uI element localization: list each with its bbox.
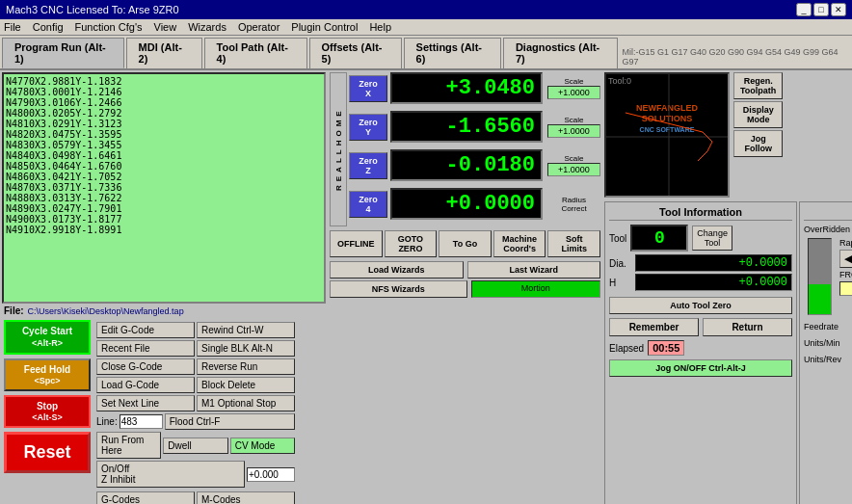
on-off-btn[interactable]: On/OffZ Inhibit: [96, 461, 245, 488]
close-btn[interactable]: ✕: [831, 3, 846, 16]
edit-gcode-btn[interactable]: Edit G-Code: [96, 322, 195, 338]
feed-values: Feedrate 40.00 Units/Min 15.43 Units/Rev…: [804, 319, 852, 366]
m-codes-btn[interactable]: M-Codes: [197, 491, 295, 504]
edit-row-7: Run From Here Dwell CV Mode: [96, 432, 295, 459]
tool-label-text: Tool: [609, 233, 626, 244]
reverse-run-btn[interactable]: Reverse Run: [197, 358, 295, 375]
units-min-row: Units/Min 15.43: [804, 335, 852, 350]
regen-toolpath-btn[interactable]: Regen.Toolpath: [733, 72, 783, 99]
line-label: Line:: [96, 416, 118, 427]
change-tool-btn[interactable]: ChangeTool: [692, 225, 732, 251]
tab-settings[interactable]: Settings (Alt-6): [404, 38, 501, 68]
dro-y-scale: +1.0000: [547, 124, 600, 138]
load-wizards-btn[interactable]: Load Wizards: [330, 261, 464, 279]
nfs-wizards-btn[interactable]: NFS Wizards: [330, 280, 467, 298]
rehome-label: REALLHOME: [330, 72, 347, 226]
elapsed-label: Elapsed: [609, 343, 644, 354]
feed-hold-btn[interactable]: Feed Hold<Spc>: [4, 358, 91, 391]
stop-btn[interactable]: Stop<Alt-S>: [4, 395, 91, 428]
zero-z-btn[interactable]: ZeroZ: [349, 152, 387, 179]
run-from-here-btn[interactable]: Run From Here: [96, 432, 161, 459]
goto-zero-btn[interactable]: GOTOZERO: [385, 230, 438, 257]
tab-offsets[interactable]: Offsets (Alt-5): [309, 38, 402, 68]
jog-follow-btn[interactable]: JogFollow: [733, 130, 783, 157]
dro-x-scale-col: Scale +1.0000: [547, 77, 600, 99]
machine-coords-btn[interactable]: MachineCoord's: [493, 230, 546, 257]
cam-view: Tool:0 NEWFANGLEDSOLUTIONSCNC SOFTWARE: [604, 72, 730, 198]
reset-btn[interactable]: Reset: [4, 432, 91, 473]
flood-btn[interactable]: Flood Ctrl-F: [165, 413, 295, 430]
gcode-line-3: N4790X3.0106Y-1.2466: [6, 97, 322, 108]
edit-row-9: G-Codes M-Codes: [96, 491, 295, 504]
dro-x-value: +3.0480: [390, 72, 543, 104]
recent-file-btn[interactable]: Recent File: [96, 340, 195, 357]
regen-buttons: Regen.Toolpath DisplayMode JogFollow: [733, 72, 783, 198]
z-inhibit-input[interactable]: [247, 467, 295, 482]
cv-mode-btn[interactable]: CV Mode: [230, 438, 295, 454]
dro-z-scale: +1.0000: [547, 163, 600, 176]
zero-y-btn[interactable]: ZeroY: [349, 114, 387, 141]
block-delete-btn[interactable]: Block Delete: [197, 377, 295, 393]
primary-buttons: Cycle Start<Alt-R> Feed Hold<Spc> Stop<A…: [4, 320, 91, 504]
zero-4-btn[interactable]: Zero4: [349, 191, 387, 218]
remember-btn[interactable]: Remember: [609, 318, 699, 336]
main-controls: Cycle Start<Alt-R> Feed Hold<Spc> Stop<A…: [2, 318, 326, 504]
zero-x-btn[interactable]: ZeroX: [349, 75, 387, 102]
edit-row-8: On/OffZ Inhibit: [96, 461, 295, 488]
line-input[interactable]: [120, 414, 163, 429]
tab-mdi[interactable]: MDI (Alt-2): [126, 38, 202, 68]
single-blk-btn[interactable]: Single BLK Alt-N: [197, 340, 295, 357]
tab-diagnostics[interactable]: Diagnostics (Alt-7): [503, 38, 619, 68]
tool-dia-row: Dia. +0.0000: [609, 254, 792, 272]
feedrate-row: Feedrate 40.00: [804, 319, 852, 333]
fro-down-btn[interactable]: ◀: [839, 250, 852, 268]
gcode-line-8: N4840X3.0498Y-1.6461: [6, 150, 322, 161]
tab-tool-path[interactable]: Tool Path (Alt-4): [204, 38, 307, 68]
offline-btn[interactable]: OFFLINE: [330, 230, 383, 257]
dro-z-scale-label: Scale: [547, 154, 600, 163]
dwell-btn[interactable]: Dwell: [163, 438, 227, 454]
file-label: File:: [4, 305, 24, 316]
top-right: Tool:0 NEWFANGLEDSOLUTIONSCNC SOFTWARE R…: [604, 72, 852, 198]
load-gcode-btn[interactable]: Load G-Code: [96, 377, 195, 393]
tool-info-panel: Tool Information Tool 0 ChangeTool Dia. …: [604, 201, 797, 504]
menu-plugin-control[interactable]: Plugin Control: [291, 21, 358, 33]
menu-view[interactable]: View: [154, 21, 177, 33]
m1-optional-btn[interactable]: M1 Optional Stop: [197, 395, 295, 411]
menu-config[interactable]: Config: [33, 21, 64, 33]
dro-x-scale: +1.0000: [547, 86, 600, 99]
menu-help[interactable]: Help: [369, 21, 391, 33]
rewind-btn[interactable]: Rewind Ctrl-W: [197, 322, 295, 338]
set-next-line-btn[interactable]: Set Next Line: [96, 395, 195, 411]
last-wizard-btn[interactable]: Last Wizard: [467, 261, 601, 279]
menu-operator[interactable]: Operator: [238, 21, 280, 33]
g-codes-btn[interactable]: G-Codes: [96, 491, 195, 504]
dro-panel: REALLHOME ZeroX +3.0480 Scale +1.0000: [328, 70, 602, 504]
return-btn[interactable]: Return: [703, 318, 792, 336]
gcode-list[interactable]: N4770X2.9881Y-1.1832 N4780X3.0001Y-1.214…: [2, 72, 326, 304]
maximize-btn[interactable]: □: [813, 3, 829, 16]
fro-current-value: 40.00: [839, 281, 852, 296]
auto-tool-zero-btn[interactable]: Auto Tool Zero: [609, 297, 792, 314]
fro-controls-row: ◀ ▶ Reset: [839, 250, 852, 268]
minimize-btn[interactable]: _: [796, 3, 812, 16]
cycle-start-btn[interactable]: Cycle Start<Alt-R>: [4, 320, 91, 355]
file-path: C:\Users\Kiseki\Desktop\Newfangled.tap: [28, 306, 184, 316]
menu-function-cfgs[interactable]: Function Cfg's: [75, 21, 143, 33]
close-gcode-btn[interactable]: Close G-Code: [96, 358, 195, 375]
window-controls[interactable]: _ □ ✕: [796, 3, 846, 16]
to-go-btn[interactable]: To Go: [439, 230, 492, 257]
menu-file[interactable]: File: [4, 21, 21, 33]
gcode-line-13: N4890X3.0247Y-1.7901: [6, 203, 322, 214]
tool-dia-value: +0.0000: [635, 254, 792, 272]
dro-y-row: ZeroY -1.6560 Scale +1.0000: [349, 111, 600, 143]
fro-right: Rapid FRO 100 ◀ ▶ Reset FRO 40.00: [839, 238, 852, 296]
menu-wizards[interactable]: Wizards: [188, 21, 226, 33]
gcode-line-11: N4870X3.0371Y-1.7336: [6, 182, 322, 193]
display-mode-btn[interactable]: DisplayMode: [733, 101, 783, 128]
jog-btn[interactable]: Jog ON/OFF Ctrl-Alt-J: [609, 359, 792, 377]
dro-y-value: -1.6560: [390, 111, 543, 143]
dro-4-row: Zero4 +0.0000 RadiusCorrect: [349, 188, 600, 220]
soft-limits-btn[interactable]: SoftLimits: [547, 230, 600, 257]
tab-program-run[interactable]: Program Run (Alt-1): [2, 38, 124, 68]
